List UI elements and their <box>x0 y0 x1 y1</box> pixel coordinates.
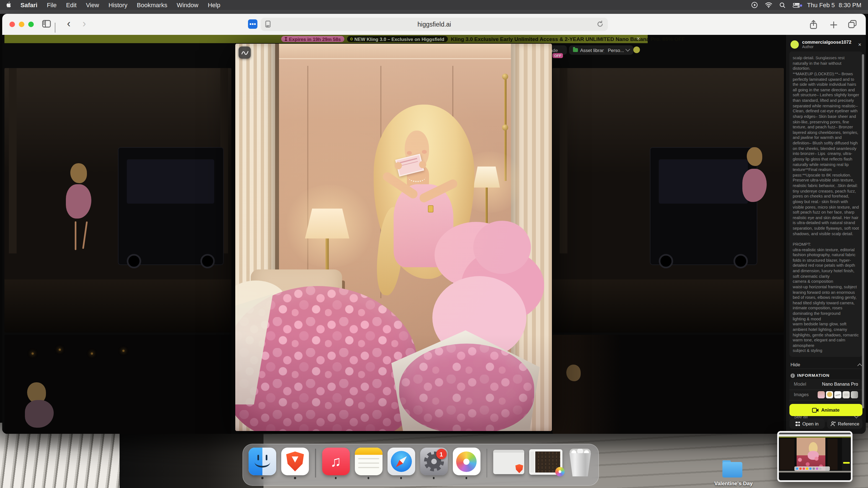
address-bar[interactable]: higgsfield.ai <box>261 18 608 31</box>
close-window-button[interactable] <box>9 22 15 27</box>
reference-image-thumb[interactable] <box>834 391 841 399</box>
detail-sidebar: commercialgoose1072 Author × scalp detai… <box>786 35 866 434</box>
feed-image-card[interactable] <box>4 68 231 332</box>
feed-image-card[interactable] <box>553 335 784 434</box>
spotlight-search-icon[interactable] <box>779 2 785 8</box>
notification-dot <box>800 4 802 6</box>
close-modal-icon[interactable]: × <box>858 41 861 47</box>
scrollbar[interactable] <box>862 54 864 408</box>
feed-image-card[interactable] <box>4 335 231 434</box>
badge-dot-icon <box>350 38 352 40</box>
browser-toolbar: ‹ › higgsfield.ai <box>2 14 866 35</box>
desktop-gap <box>0 10 868 14</box>
dock-icon-photos[interactable] <box>453 448 480 479</box>
new-tab-icon[interactable] <box>830 21 838 29</box>
person-plus-icon <box>830 421 836 427</box>
animate-button[interactable]: Animate <box>789 404 863 416</box>
sidebar-chevron-icon[interactable] <box>55 23 55 33</box>
reference-button[interactable]: Reference <box>827 419 863 429</box>
info-icon: i <box>790 373 795 378</box>
modal-photo <box>235 44 552 431</box>
promo-banner: Expires in 19h 29m 58s NEW Kling 3.0 – E… <box>4 35 648 43</box>
safari-window: ‹ › higgsfield.ai <box>2 14 866 434</box>
menu-item-edit[interactable]: Edit <box>66 2 77 8</box>
dock-icon-notes[interactable] <box>354 448 382 479</box>
dock-minimized-window-photos[interactable] <box>529 448 562 478</box>
share-icon[interactable] <box>809 20 817 29</box>
tab-overview-icon[interactable] <box>848 20 857 28</box>
user-avatar[interactable] <box>633 46 640 53</box>
chevron-up-icon <box>858 363 862 368</box>
apple-menu-icon[interactable] <box>7 1 13 8</box>
screenshot-preview-window[interactable] <box>777 431 852 482</box>
reference-image-thumb[interactable] <box>842 391 850 399</box>
banner-message: Kling 3.0 Exclusive Early Unlimited Acce… <box>451 36 685 42</box>
dock-minimized-window-brave[interactable] <box>493 448 524 478</box>
wifi-icon[interactable] <box>765 2 772 8</box>
folder-icon <box>573 48 578 52</box>
extension-icon[interactable] <box>248 20 257 29</box>
draw-tool-button[interactable] <box>239 46 251 59</box>
menu-bar-date[interactable]: Thu Feb 5 <box>807 2 835 8</box>
discount-badge: OFF <box>553 53 563 58</box>
author-name[interactable]: commercialgoose1072 <box>802 39 851 45</box>
forward-button[interactable]: › <box>83 20 86 28</box>
menu-item-safari[interactable]: Safari <box>21 2 37 8</box>
screen-mirroring-icon[interactable] <box>751 2 758 8</box>
desktop-folder-label[interactable]: Valentine's Day <box>703 480 764 486</box>
kling-badge: NEW Kling 3.0 – Exclusive on Higgsfield <box>347 36 447 42</box>
control-center-icon[interactable] <box>793 2 800 7</box>
persona-dropdown[interactable]: Perso... <box>604 45 633 55</box>
information-header: i INFORMATION <box>790 373 830 378</box>
chevron-down-icon <box>625 47 630 52</box>
screen: Safari File Edit View History Bookmarks … <box>0 0 868 488</box>
prompt-box[interactable]: scalp detail. Sunglasses rest naturally … <box>789 52 863 357</box>
model-row: Model Nano Banana Pro <box>789 379 863 390</box>
menu-item-bookmarks[interactable]: Bookmarks <box>137 2 167 8</box>
dock-icon-settings[interactable]: 1 <box>420 448 447 479</box>
reader-view-icon[interactable] <box>265 21 272 28</box>
menu-item-window[interactable]: Window <box>177 2 198 8</box>
photos-badge-icon <box>555 467 565 476</box>
sidebar-toggle-icon[interactable] <box>42 20 51 28</box>
menu-bar: Safari File Edit View History Bookmarks … <box>0 0 868 10</box>
menu-item-file[interactable]: File <box>47 2 57 8</box>
feed-image-card[interactable] <box>553 68 784 332</box>
menu-bar-clock[interactable]: 8:30 PM <box>839 2 861 8</box>
prompt-text: scalp detail. Sunglasses rest naturally … <box>793 55 859 357</box>
higgsfield-page: Expires in 19h 29m 58s NEW Kling 3.0 – E… <box>2 35 866 434</box>
brave-badge-icon <box>516 464 523 473</box>
video-camera-icon <box>812 408 819 413</box>
preview-dock <box>795 466 830 470</box>
notification-badge: 1 <box>436 449 446 459</box>
zoom-window-button[interactable] <box>28 22 34 27</box>
open-in-button[interactable]: Open in <box>789 419 825 429</box>
reference-image-thumb[interactable] <box>817 391 825 399</box>
back-button[interactable]: ‹ <box>67 20 70 28</box>
dock-icon-brave[interactable] <box>281 448 309 479</box>
dock-divider <box>486 449 487 478</box>
dock-icon-music[interactable]: ♫ <box>322 448 349 479</box>
dock: ♫ 1 <box>243 444 599 486</box>
grid-icon <box>796 422 800 426</box>
author-avatar[interactable] <box>790 40 799 48</box>
dock-icon-safari[interactable] <box>387 448 415 479</box>
menu-item-help[interactable]: Help <box>208 2 220 8</box>
reference-image-thumb[interactable] <box>826 391 833 399</box>
reload-icon[interactable] <box>597 21 603 28</box>
reference-image-thumb[interactable] <box>851 391 858 399</box>
hide-toggle[interactable]: Hide <box>790 361 861 369</box>
dock-icon-finder[interactable] <box>249 448 276 479</box>
hourglass-icon <box>284 37 287 41</box>
menu-item-history[interactable]: History <box>108 2 127 8</box>
dock-icon-trash[interactable] <box>567 448 593 480</box>
countdown-pill: Expires in 19h 29m 58s <box>281 36 344 42</box>
dock-divider <box>315 449 316 478</box>
menu-item-view[interactable]: View <box>86 2 99 8</box>
banner-close-icon[interactable]: × <box>637 35 640 41</box>
url-text: higgsfield.ai <box>417 21 451 28</box>
desktop-folder-icon[interactable] <box>722 462 742 478</box>
minimize-window-button[interactable] <box>19 22 24 27</box>
model-value: Nano Banana Pro <box>822 382 858 387</box>
images-row: Images <box>789 390 863 400</box>
